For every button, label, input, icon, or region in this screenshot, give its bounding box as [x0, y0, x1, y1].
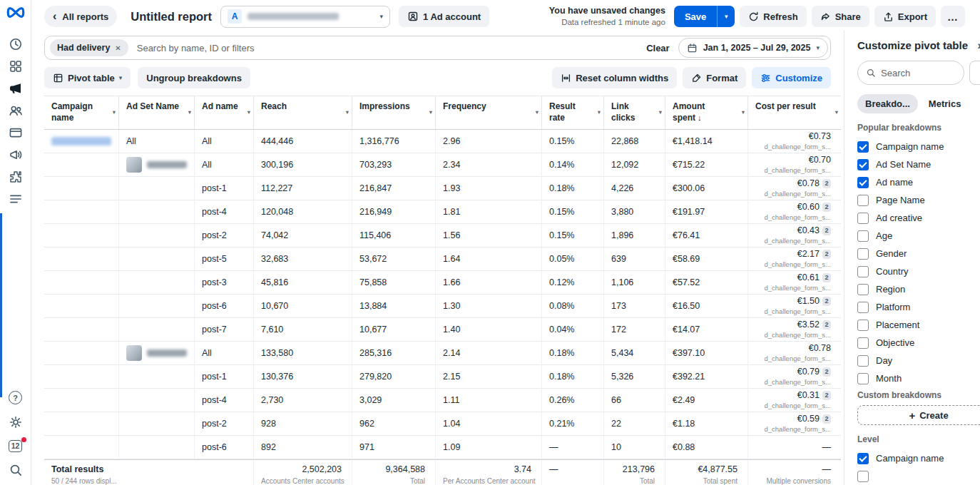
checkbox-unchecked[interactable]	[857, 266, 869, 277]
ads-megaphone-icon[interactable]	[4, 78, 27, 98]
column-menu-chevron-icon[interactable]: ▾	[247, 108, 250, 116]
breakdown-ad-creative[interactable]: Ad creative	[857, 209, 980, 227]
checkbox-checked[interactable]	[857, 141, 869, 153]
checkbox-unchecked[interactable]	[857, 230, 869, 242]
panel-secondary-button[interactable]	[969, 61, 980, 85]
meta-logo[interactable]	[6, 6, 26, 19]
column-header-result-rate[interactable]: Result rate▾	[542, 96, 604, 129]
table-row[interactable]: post-68929711.09—10€0.88—	[44, 436, 841, 459]
breakdown-country[interactable]: Country	[857, 262, 980, 280]
column-menu-chevron-icon[interactable]: ▾	[659, 108, 662, 116]
column-header-link-clicks[interactable]: Link clicks▾	[604, 96, 665, 129]
search-input[interactable]	[137, 43, 638, 53]
save-button[interactable]: Save	[674, 6, 717, 27]
column-header-cost-per-result[interactable]: Cost per result▾	[748, 96, 841, 129]
column-menu-chevron-icon[interactable]: ▾	[536, 108, 539, 116]
search-icon[interactable]	[4, 463, 27, 477]
table-row[interactable]: post-77,61010,6771.400.04%172€14.07€3.52…	[44, 318, 841, 342]
column-menu-chevron-icon[interactable]: ▾	[742, 108, 745, 116]
breakdown-month[interactable]: Month	[857, 369, 980, 387]
more-options-button[interactable]: …	[941, 6, 965, 27]
filter-chip-had-delivery[interactable]: Had delivery ✕	[50, 39, 128, 56]
announce-horn-icon[interactable]	[4, 144, 27, 165]
level-campaign-name[interactable]: Campaign name	[857, 449, 980, 467]
panel-search-input[interactable]	[881, 68, 952, 78]
breakdown-placement[interactable]: Placement	[857, 316, 980, 334]
ungroup-breakdowns-button[interactable]: Ungroup breakdowns	[138, 67, 250, 88]
table-row[interactable]: post-532,68353,6721.640.05%639€58.69€2.1…	[44, 247, 841, 271]
create-custom-breakdown-button[interactable]: + Create	[857, 405, 980, 425]
tab-metrics[interactable]: Metrics	[921, 94, 969, 113]
column-header-amount-spent[interactable]: Amount spent↓▾	[665, 96, 748, 129]
cell-campaign-name[interactable]	[44, 130, 119, 153]
updates-icon[interactable]: 12	[4, 440, 27, 452]
column-header-frequency[interactable]: Frequency▾	[436, 96, 542, 129]
checkbox-unchecked[interactable]	[857, 284, 869, 295]
checkbox-checked[interactable]	[857, 453, 869, 464]
panel-search-box[interactable]	[857, 61, 964, 85]
column-header-impressions[interactable]: Impressions▾	[352, 96, 436, 129]
tab-breakdowns[interactable]: Breakdo...	[857, 94, 918, 113]
checkbox-unchecked[interactable]	[857, 373, 869, 384]
breakdown-age[interactable]: Age	[857, 227, 980, 245]
column-menu-chevron-icon[interactable]: ▾	[346, 108, 349, 116]
column-menu-chevron-icon[interactable]: ▾	[598, 108, 601, 116]
help-icon[interactable]: ?	[4, 391, 27, 404]
breakdown-gender[interactable]: Gender	[857, 245, 980, 262]
table-row[interactable]: post-345,81675,8581.660.12%1,106€57.52€0…	[44, 271, 841, 295]
menu-lines-icon[interactable]	[4, 188, 27, 209]
column-menu-chevron-icon[interactable]: ▾	[188, 108, 191, 116]
breakdown-page-name[interactable]: Page Name	[857, 191, 980, 209]
audiences-people-icon[interactable]	[4, 100, 27, 121]
history-icon[interactable]	[4, 34, 27, 54]
checkbox-unchecked[interactable]	[857, 302, 869, 313]
table-row[interactable]: post-4120,048216,9491.810.15%3,880€191.9…	[44, 200, 841, 224]
remove-filter-icon[interactable]: ✕	[115, 44, 121, 52]
checkbox-unchecked[interactable]	[857, 213, 869, 224]
collapse-panel-icon[interactable]: ›	[977, 39, 980, 53]
breakdown-ad-name[interactable]: Ad name	[857, 173, 980, 191]
settings-gear-icon[interactable]	[4, 415, 27, 429]
column-header-ad-set-name[interactable]: Ad Set Name▾	[119, 96, 195, 129]
reset-column-widths-button[interactable]: Reset column widths	[552, 67, 677, 88]
apps-puzzle-icon[interactable]	[4, 166, 27, 187]
all-reports-button[interactable]: ‹ All reports	[44, 6, 117, 27]
clear-filters-button[interactable]: Clear	[646, 43, 670, 53]
table-row[interactable]: post-1130,376279,8202.150.18%5,326€392.2…	[44, 365, 841, 389]
table-row[interactable]: AllAll444,4461,316,7762.960.15%22,868€1,…	[44, 130, 841, 153]
checkbox-unchecked[interactable]	[857, 337, 869, 349]
column-header-reach[interactable]: Reach▾	[254, 96, 352, 129]
table-row[interactable]: post-1112,227216,8471.930.18%4,226€300.0…	[44, 177, 841, 200]
table-row[interactable]: post-274,042115,4061.560.15%1,896€76.41€…	[44, 224, 841, 247]
breakdown-platform[interactable]: Platform	[857, 298, 980, 316]
account-selector[interactable]: A ▾	[220, 6, 390, 28]
checkbox-unchecked[interactable]	[857, 320, 869, 331]
export-button[interactable]: Export	[874, 6, 936, 27]
checkbox-checked[interactable]	[857, 177, 869, 188]
redacted-campaign-link[interactable]	[51, 137, 111, 146]
table-row[interactable]: All133,580285,3162.140.18%5,434€397.10€0…	[44, 342, 841, 365]
column-header-ad-name[interactable]: Ad name▾	[195, 96, 254, 129]
report-title[interactable]: Untitled report	[131, 10, 212, 24]
checkbox-unchecked[interactable]	[857, 248, 869, 260]
customize-button[interactable]: Customize	[752, 67, 831, 88]
column-header-campaign-name[interactable]: Campaign name▾	[44, 96, 119, 129]
date-range-picker[interactable]: Jan 1, 2025 – Jul 29, 2025 ▾	[678, 38, 828, 58]
pivot-table-menu-button[interactable]: Pivot table ▾	[44, 67, 131, 88]
refresh-button[interactable]: Refresh	[740, 6, 806, 27]
breakdown-day[interactable]: Day	[857, 352, 980, 369]
table-row[interactable]: post-29289621.040.21%22€1.18€0.592d_chal…	[44, 412, 841, 436]
share-button[interactable]: Share	[812, 6, 869, 27]
breakdown-campaign-name[interactable]: Campaign name	[857, 138, 980, 155]
checkbox-unchecked[interactable]	[857, 471, 869, 482]
checkbox-checked[interactable]	[857, 159, 869, 170]
breakdown-objective[interactable]: Objective	[857, 334, 980, 352]
column-menu-chevron-icon[interactable]: ▾	[113, 108, 116, 116]
column-menu-chevron-icon[interactable]: ▾	[835, 108, 838, 116]
column-menu-chevron-icon[interactable]: ▾	[429, 108, 432, 116]
breakdown-ad-set-name[interactable]: Ad Set Name	[857, 155, 980, 173]
all-tools-grid-icon[interactable]	[4, 56, 27, 76]
billing-card-icon[interactable]	[4, 122, 27, 143]
ad-account-button[interactable]: 1 Ad account	[399, 6, 489, 27]
table-row[interactable]: post-610,67013,8841.300.08%173€16.50€1.5…	[44, 295, 841, 318]
